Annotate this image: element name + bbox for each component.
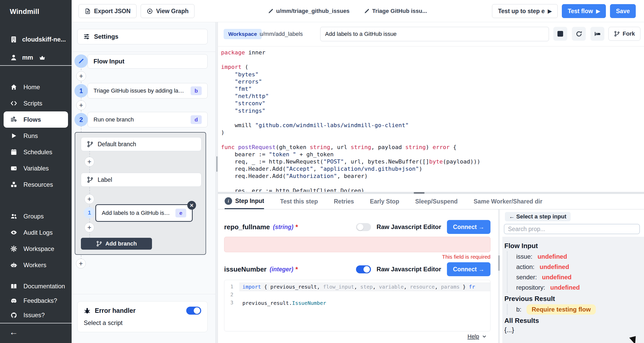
add-branch-button[interactable]: Add branch	[81, 238, 152, 250]
sidebar-item-schedules[interactable]: Schedules	[0, 144, 72, 160]
default-branch-card[interactable]: Default branch	[81, 137, 201, 151]
tab-step-input[interactable]: iStep Input	[225, 194, 264, 209]
export-json-button[interactable]: Export JSON	[79, 4, 137, 18]
connect-button[interactable]: Connect →	[447, 220, 490, 234]
sidebar-item-documentation[interactable]: Documentation	[0, 279, 72, 293]
calendar-icon	[10, 149, 17, 156]
error-handler-card[interactable]: Error handler Select a script	[77, 301, 208, 332]
sidebar-item-variables[interactable]: Variables	[0, 160, 72, 176]
wallet-icon	[10, 165, 17, 172]
tab-same-worker[interactable]: Same Worker/Shared dir	[474, 194, 543, 209]
connect-button[interactable]: Connect →	[447, 262, 490, 276]
step-card-b[interactable]: Triage GitHub issues by adding labels ..…	[88, 83, 208, 99]
selected-step-card-e[interactable]: Add labels to a GitHub issue e ✕	[95, 204, 193, 222]
workspace-switcher[interactable]: cloudskiff-ne...	[10, 36, 66, 43]
stop-button[interactable]	[553, 27, 567, 41]
test-up-to-step-button[interactable]: Test up to step e▶	[492, 4, 557, 18]
repo-fullname-input[interactable]	[224, 237, 490, 252]
pencil-icon	[78, 58, 84, 64]
app-logo: Windmill	[10, 8, 39, 16]
panel-divider	[72, 294, 215, 294]
test-flow-button[interactable]: Test flow▶	[562, 4, 606, 18]
search-prop-input[interactable]	[504, 224, 640, 234]
sidebar-item-flows[interactable]: Flows	[4, 111, 68, 128]
line-numbers: 123	[224, 280, 239, 331]
tab-retries[interactable]: Retries	[334, 194, 354, 209]
all-results-value[interactable]: {...}	[504, 326, 644, 334]
required-mark: *	[295, 266, 298, 273]
pencil-icon	[364, 8, 370, 14]
scrollbar-thumb[interactable]	[414, 192, 425, 194]
collapse-sidebar-button[interactable]: ←	[9, 327, 18, 337]
git-branch-icon	[87, 141, 94, 148]
add-step-button[interactable]: +	[84, 157, 94, 167]
code-icon	[10, 100, 17, 107]
label-branch-card[interactable]: Label	[81, 173, 201, 187]
chevron-down-icon	[482, 334, 487, 339]
step-1-number: 1	[74, 84, 88, 97]
step-summary-input[interactable]	[320, 27, 549, 41]
flow-path-crumb[interactable]: u/mm/triage_github_issues	[268, 8, 350, 14]
user-menu[interactable]: mm	[10, 54, 46, 61]
sidebar-nav-admin: Groups Audit Logs Workspace Workers	[0, 208, 72, 273]
add-step-button[interactable]: +	[84, 223, 94, 232]
workspace-badge[interactable]: Workspace	[224, 29, 262, 39]
sidebar-item-workers[interactable]: Workers	[0, 257, 72, 273]
sidebar-item-feedbacks[interactable]: Feedbacks?	[0, 293, 72, 308]
fork-button[interactable]: Fork	[608, 27, 640, 41]
add-step-button[interactable]: +	[76, 259, 86, 268]
sidebar-item-workspace[interactable]: Workspace	[0, 241, 72, 257]
flow-settings-card[interactable]: Settings	[77, 29, 208, 44]
code-horizontal-scrollbar[interactable]	[218, 192, 644, 194]
raw-js-toggle[interactable]	[356, 223, 371, 231]
user-name: mm	[22, 54, 33, 61]
sidebar-item-groups[interactable]: Groups	[0, 208, 72, 224]
breadcrumb: u/mm/triage_github_issues Triage GitHub …	[268, 0, 427, 22]
add-step-button[interactable]: +	[76, 71, 86, 81]
error-handler-toggle[interactable]	[186, 307, 201, 315]
flow-input-node-icon[interactable]	[74, 54, 88, 68]
prop-row-action[interactable]: action:undefined	[516, 262, 644, 272]
view-graph-button[interactable]: View Graph	[141, 4, 194, 18]
add-step-button[interactable]: +	[84, 194, 94, 204]
flow-input-card[interactable]: Flow Input	[88, 54, 208, 69]
tab-early-stop[interactable]: Early Stop	[370, 194, 399, 209]
sidebar-item-resources[interactable]: Resources	[0, 176, 72, 193]
remove-step-button[interactable]: ✕	[187, 201, 196, 210]
splitter-handle[interactable]	[216, 156, 217, 172]
save-button[interactable]: Save	[610, 4, 636, 18]
all-results-title: All Results	[504, 317, 644, 325]
step-input-panel: repo_fullname (string) * Raw Javascript …	[218, 209, 498, 343]
reload-button[interactable]	[572, 27, 586, 41]
sidebar-item-audit-logs[interactable]: Audit Logs	[0, 224, 72, 241]
tab-test-this-step[interactable]: Test this step	[280, 194, 318, 209]
prop-row-repository[interactable]: repository:undefined	[516, 282, 644, 293]
tab-sleep-suspend[interactable]: Sleep/Suspend	[415, 194, 458, 209]
info-icon: i	[225, 197, 232, 205]
select-step-input-button[interactable]: ← Select a step input	[505, 212, 571, 221]
robot-icon	[10, 262, 17, 268]
panel-splitter[interactable]	[215, 22, 218, 343]
splitter-handle[interactable]	[498, 255, 499, 271]
branch-step-number: 1	[84, 207, 95, 218]
prop-row-issue[interactable]: issue:undefined	[516, 251, 644, 262]
select-script-label[interactable]: Select a script	[84, 319, 201, 326]
flow-title-crumb[interactable]: Triage GitHub issu...	[364, 8, 427, 14]
step-card-d[interactable]: Run one branch d	[88, 112, 208, 127]
sidebar-item-runs[interactable]: Runs	[0, 128, 72, 144]
sleep-button[interactable]	[590, 27, 604, 41]
sidebar-item-issues[interactable]: Issues?	[0, 308, 72, 322]
flow-input-title: Flow Input	[504, 242, 644, 250]
raw-js-toggle[interactable]	[356, 265, 371, 273]
prop-row-b[interactable]: b:Require testing flow	[516, 304, 644, 315]
code-editor[interactable]: package inner import ( "bytes" "errors" …	[218, 46, 644, 192]
play-glyph: ▶	[548, 8, 552, 14]
help-link[interactable]: Help	[468, 333, 487, 340]
sidebar-item-home[interactable]: Home	[0, 79, 72, 95]
js-expression-editor[interactable]: 123 import { previous_result, flow_input…	[224, 280, 490, 331]
prop-row-sender[interactable]: sender:undefined	[516, 272, 644, 282]
refresh-icon	[575, 30, 582, 37]
close-icon: ✕	[190, 202, 194, 208]
add-step-button[interactable]: +	[76, 100, 86, 110]
sidebar-item-scripts[interactable]: Scripts	[0, 95, 72, 111]
